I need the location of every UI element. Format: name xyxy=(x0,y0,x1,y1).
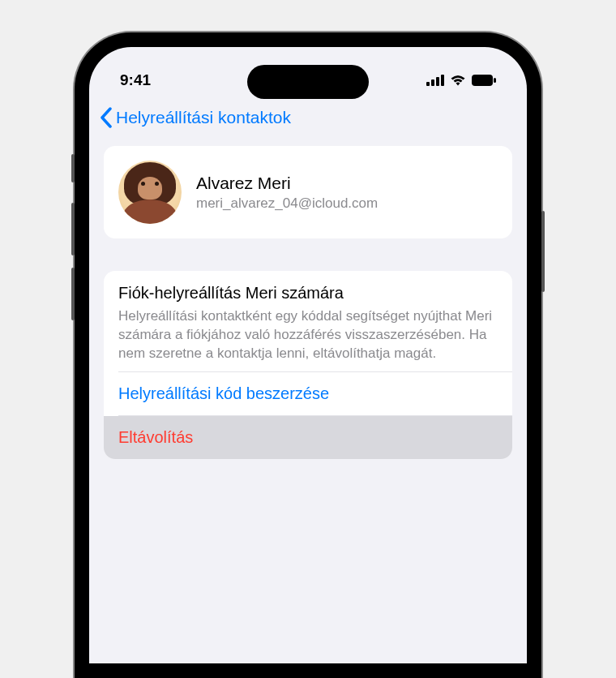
contact-info: Alvarez Meri meri_alvarez_04@icloud.com xyxy=(196,174,498,212)
side-button xyxy=(71,154,75,182)
svg-rect-3 xyxy=(441,75,444,86)
side-button xyxy=(71,203,75,255)
side-button xyxy=(541,211,545,292)
recovery-header: Fiók-helyreállítás Meri számára Helyreál… xyxy=(104,271,512,371)
contact-email: meri_alvarez_04@icloud.com xyxy=(196,195,498,212)
nav-back-label[interactable]: Helyreállítási kontaktok xyxy=(116,108,291,127)
phone-bezel: 9:41 xyxy=(86,44,530,667)
wifi-icon xyxy=(450,75,466,86)
phone-frame: 9:41 xyxy=(75,32,541,678)
status-time: 9:41 xyxy=(120,71,151,89)
dynamic-island xyxy=(247,65,369,99)
svg-rect-2 xyxy=(436,77,439,86)
contact-name: Alvarez Meri xyxy=(196,174,498,193)
avatar xyxy=(118,161,182,224)
chevron-left-icon[interactable] xyxy=(99,107,113,128)
recovery-title: Fiók-helyreállítás Meri számára xyxy=(118,284,498,303)
svg-rect-4 xyxy=(472,75,493,86)
phone-screen: 9:41 xyxy=(89,47,527,663)
recovery-section: Fiók-helyreállítás Meri számára Helyreál… xyxy=(104,271,512,459)
remove-button[interactable]: Eltávolítás xyxy=(104,416,512,459)
svg-rect-1 xyxy=(431,79,434,86)
cellular-icon xyxy=(426,75,444,86)
nav-bar[interactable]: Helyreállítási kontaktok xyxy=(89,96,527,136)
svg-rect-5 xyxy=(494,78,496,83)
contact-card[interactable]: Alvarez Meri meri_alvarez_04@icloud.com xyxy=(104,146,512,238)
content-area: Alvarez Meri meri_alvarez_04@icloud.com … xyxy=(89,146,527,459)
status-icons xyxy=(426,75,496,86)
side-button xyxy=(71,268,75,320)
battery-icon xyxy=(472,75,496,86)
svg-rect-0 xyxy=(426,82,430,86)
get-recovery-code-button[interactable]: Helyreállítási kód beszerzése xyxy=(104,372,512,415)
recovery-description: Helyreállítási kontaktként egy kóddal se… xyxy=(118,307,498,363)
